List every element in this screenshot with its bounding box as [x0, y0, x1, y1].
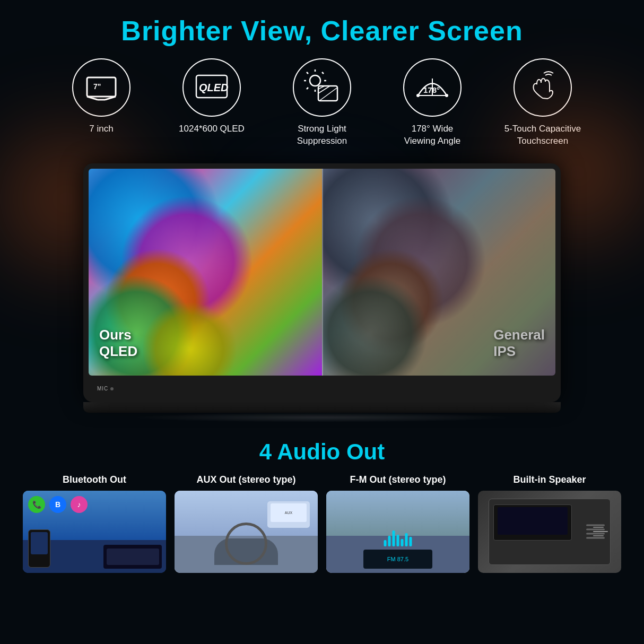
feature-icon-circle-4: 178° — [403, 58, 462, 117]
sound-waves — [593, 527, 608, 536]
feature-label-5: 5-Touch CapacitiveTouchscreen — [504, 123, 581, 147]
feature-qled: QLED 1024*600 QLED — [164, 58, 259, 135]
qled-icon: QLED — [193, 69, 230, 106]
fm-wave-bars — [384, 530, 412, 546]
audio-row: Bluetooth Out 📞 B ♪ — [0, 474, 644, 573]
monitor-section: OursQLED GeneralIPS MIC — [83, 163, 561, 422]
svg-line-14 — [307, 88, 308, 89]
feature-angle: 178° 178° WideViewing Angle — [385, 58, 480, 147]
audio-title: 4 Audio Out — [259, 439, 385, 465]
screen-preview-bt — [103, 545, 162, 569]
angle-icon: 178° — [414, 69, 451, 106]
feature-label-1: 7 inch — [89, 123, 113, 135]
screen-label-right: GeneralIPS — [493, 327, 545, 360]
steering-wheel — [214, 538, 278, 565]
screen-right: GeneralIPS — [322, 169, 555, 376]
audio-thumb-fm: FM 87.5 — [326, 491, 469, 573]
main-title: Brighter View, Clearer Screen — [121, 15, 523, 47]
feature-icon-circle-5 — [514, 58, 572, 117]
audio-item-bluetooth: Bluetooth Out 📞 B ♪ — [23, 474, 166, 573]
screen-divider — [322, 169, 323, 376]
svg-line-17 — [318, 86, 330, 93]
svg-line-13 — [322, 72, 324, 74]
feature-icon-circle-1: 7" — [72, 58, 130, 117]
feature-label-3: Strong LightSuppression — [297, 123, 347, 147]
svg-rect-15 — [318, 86, 337, 101]
mic-label: MIC — [97, 386, 108, 391]
svg-text:178°: 178° — [423, 85, 440, 94]
svg-line-12 — [307, 72, 308, 74]
feature-7inch: 7" 7 inch — [54, 58, 149, 135]
audio-label-fm: F-M Out (stereo type) — [350, 474, 446, 485]
svg-text:QLED: QLED — [199, 82, 229, 93]
mic-dot — [110, 387, 114, 390]
feature-label-4: 178° WideViewing Angle — [404, 123, 461, 147]
monitor-bottom: MIC — [89, 376, 555, 402]
feature-label-2: 1024*600 QLED — [179, 123, 245, 135]
screen-left: OursQLED — [89, 169, 322, 376]
music-icon: ♪ — [71, 496, 88, 513]
sunlight-icon — [303, 69, 341, 106]
svg-point-22 — [445, 94, 448, 97]
monitor-stand — [83, 402, 561, 413]
speaker-screen — [493, 504, 572, 541]
audio-item-aux: AUX Out (stereo type) AUX — [175, 474, 318, 573]
bluetooth-icons: 📞 B ♪ — [28, 496, 88, 513]
svg-line-18 — [319, 88, 337, 101]
audio-label-bluetooth: Bluetooth Out — [63, 474, 126, 485]
monitor-outer: OursQLED GeneralIPS MIC — [83, 163, 561, 402]
monitor-screen: OursQLED GeneralIPS — [89, 169, 555, 376]
features-row: 7" 7 inch QLED 1024*600 QLED — [0, 58, 644, 147]
svg-text:7": 7" — [93, 82, 101, 91]
audio-thumb-speaker — [478, 491, 621, 573]
phone-mockup — [28, 529, 50, 568]
aux-screen: AUX — [267, 501, 310, 528]
svg-point-21 — [416, 94, 420, 97]
audio-item-fm: F-M Out (stereo type) FM 87.5 — [326, 474, 469, 573]
phone-icon: 📞 — [28, 496, 45, 513]
svg-point-7 — [310, 75, 320, 86]
screen-size-icon: 7" — [83, 69, 120, 106]
audio-label-speaker: Built-in Speaker — [513, 474, 586, 485]
speaker-device — [489, 499, 611, 565]
bluetooth-icon: B — [49, 496, 66, 513]
feature-sunlight: Strong LightSuppression — [274, 58, 370, 147]
monitor-shadow — [131, 413, 513, 422]
feature-touch: 5-Touch CapacitiveTouchscreen — [495, 58, 590, 147]
feature-icon-circle-2: QLED — [182, 58, 241, 117]
screen-label-left: OursQLED — [99, 327, 137, 360]
feature-icon-circle-3 — [293, 58, 351, 117]
fm-display: FM 87.5 — [363, 550, 432, 569]
page-wrapper: Brighter View, Clearer Screen 7" 7 inch — [0, 0, 644, 644]
audio-thumb-bluetooth: 📞 B ♪ — [23, 491, 166, 573]
svg-rect-0 — [87, 77, 116, 97]
audio-item-speaker: Built-in Speaker — [478, 474, 621, 573]
audio-label-aux: AUX Out (stereo type) — [196, 474, 295, 485]
audio-thumb-aux: AUX — [175, 491, 318, 573]
touch-icon — [524, 69, 561, 106]
